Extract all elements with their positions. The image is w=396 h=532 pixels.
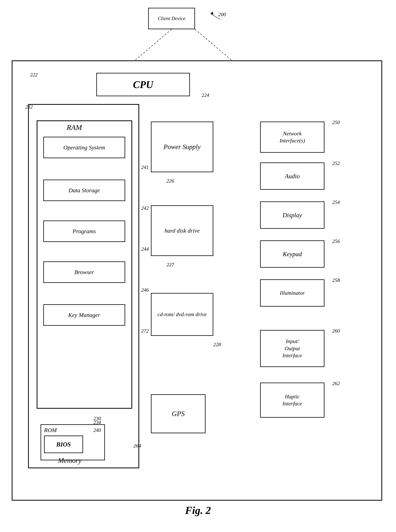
bios-box: BIOS (44, 436, 83, 453)
ref-264: 264 (133, 443, 141, 449)
svg-marker-3 (210, 12, 214, 15)
memory-label: Memory (58, 456, 82, 464)
ref-262: 262 (332, 381, 340, 386)
client-device-label: Client Device (158, 15, 186, 22)
gps-box: GPS (151, 394, 205, 433)
client-device-box: Client Device (148, 8, 195, 29)
power-supply-label: Power Supply (163, 142, 201, 152)
ref-258: 258 (332, 277, 340, 283)
ref-226: 226 (167, 178, 174, 184)
ref-241: 241 (141, 164, 149, 170)
keypad-label: Keypad (283, 250, 302, 258)
cpu-box: CPU (96, 73, 190, 96)
network-interface-box: NetworkInterface(s) (260, 122, 324, 153)
ref-250: 250 (332, 120, 340, 125)
ref-246: 246 (141, 287, 149, 293)
audio-box: Audio (260, 163, 324, 190)
ref-240: 240 (93, 427, 101, 433)
ram-item-programs: Programs (43, 221, 125, 242)
fig-caption: Fig. 2 (185, 504, 211, 516)
ref-244: 244 (141, 246, 149, 252)
cpu-label: CPU (133, 79, 153, 91)
svg-line-1 (195, 29, 234, 62)
ram-item-os: Operating System (43, 137, 125, 158)
ref-254: 254 (332, 199, 340, 205)
svg-line-0 (133, 29, 172, 62)
power-supply-box: Power Supply (151, 122, 213, 172)
ram-label: RAM (67, 123, 82, 132)
network-interface-label: NetworkInterface(s) (280, 130, 305, 144)
ram-box: RAM Operating System Data Storage Progra… (37, 120, 132, 409)
ref-252: 252 (332, 160, 340, 166)
ram-item-key-manager: Key Manager (43, 304, 125, 326)
ref-222: 222 (30, 72, 38, 78)
cdrom-box: cd-rom/ dvd-rom drive (151, 293, 213, 336)
ref-242: 242 (141, 205, 149, 211)
haptic-interface-label: HapticInterface (282, 393, 302, 407)
gps-label: GPS (172, 410, 185, 418)
haptic-interface-box: HapticInterface (260, 383, 324, 418)
cdrom-label: cd-rom/ dvd-rom drive (157, 311, 207, 318)
audio-label: Audio (285, 173, 300, 180)
main-system-box: CPU 222 224 RAM Operating System Data St… (12, 60, 382, 501)
diagram-container: Client Device 200 CPU 222 224 RAM Operat… (0, 0, 396, 532)
hdd-label: hard disk drive (165, 226, 200, 235)
ref-272: 272 (141, 328, 149, 334)
hdd-box: hard disk drive (151, 205, 213, 256)
display-box: Display (260, 201, 324, 229)
display-label: Display (283, 212, 302, 219)
illuminator-label: Illuminator (280, 290, 305, 296)
io-interface-box: Input/OutputInterface (260, 330, 324, 367)
ref-230: 230 (93, 416, 101, 422)
ref-256: 256 (332, 238, 340, 244)
memory-outer-box: RAM Operating System Data Storage Progra… (28, 104, 139, 468)
illuminator-box: Illuminator (260, 279, 324, 307)
ref-260: 260 (332, 328, 340, 334)
ref-228: 228 (213, 342, 221, 348)
keypad-box: Keypad (260, 240, 324, 268)
ref-224: 224 (202, 92, 209, 98)
ram-item-data-storage: Data Storage (43, 180, 125, 201)
rom-label: ROM (44, 427, 57, 433)
ref-227: 227 (167, 262, 174, 268)
ref-232: 232 (25, 104, 33, 110)
ref-200: 200 (218, 12, 226, 17)
ram-item-browser: Browser (43, 261, 125, 283)
io-interface-label: Input/OutputInterface (282, 338, 302, 359)
